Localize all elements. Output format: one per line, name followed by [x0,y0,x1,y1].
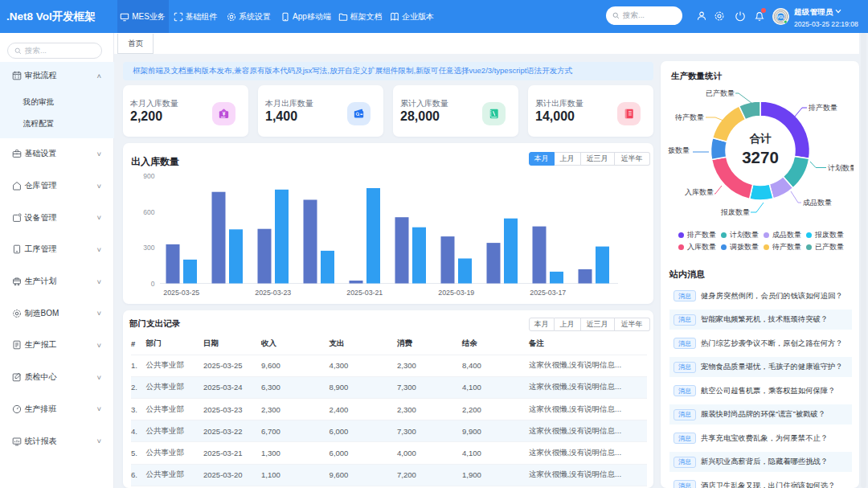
svg-text:拨数量: 拨数量 [668,146,690,154]
svg-text:600: 600 [143,208,154,216]
svg-text:2025-03-23: 2025-03-23 [255,289,291,297]
svg-text:合计: 合计 [749,133,772,145]
svg-text:VOL: VOL [777,15,785,19]
svg-text:待产数量: 待产数量 [674,113,704,121]
svg-text:300: 300 [143,244,154,252]
svg-text:入库数量: 入库数量 [685,188,714,196]
svg-text:¥: ¥ [223,111,226,117]
svg-text:排产数量: 排产数量 [808,104,837,112]
svg-text:2025-03-21: 2025-03-21 [346,289,383,297]
svg-text:2025-03-25: 2025-03-25 [163,289,199,297]
svg-text:成品数量: 成品数量 [803,199,832,207]
svg-text:0: 0 [150,280,154,288]
svg-text:报废数量: 报废数量 [720,208,750,216]
svg-text:900: 900 [143,172,154,180]
svg-text:计划数量: 计划数量 [827,164,854,172]
svg-text:3270: 3270 [742,148,779,166]
svg-text:已产数量: 已产数量 [706,89,735,97]
svg-text:2025-03-17: 2025-03-17 [530,289,566,297]
svg-text:2025-03-19: 2025-03-19 [438,289,474,297]
